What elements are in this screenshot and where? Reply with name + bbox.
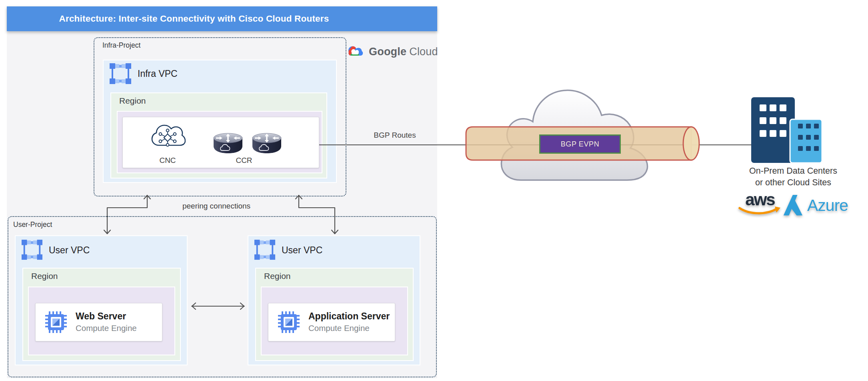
azure-wordmark: Azure [807, 196, 848, 215]
ccr-router-icon [250, 133, 284, 154]
cloud-word: Cloud [409, 46, 438, 58]
server-card-text: Web Server Compute Engine [76, 311, 137, 333]
diagram-title-bar: Architecture: Inter-site Connectivity wi… [7, 6, 437, 31]
server-subtitle: Compute Engine [76, 323, 137, 333]
onprem-caption-line2: or other Cloud Sites [755, 178, 831, 188]
vpc-network-icon [109, 62, 132, 85]
azure-triangle-icon [781, 195, 804, 216]
server-title: Application Server [308, 311, 390, 321]
google-word: Google [369, 46, 406, 58]
vpc-network-icon [254, 239, 276, 261]
server-card-text: Application Server Compute Engine [308, 311, 390, 333]
google-cloud-wordmark: GoogleCloud [369, 46, 438, 58]
server-subtitle: Compute Engine [308, 323, 390, 333]
ccr-router-icon [211, 133, 245, 154]
server-title: Web Server [76, 311, 137, 321]
user-vpc-1-label: User VPC [49, 245, 90, 256]
infra-region-label: Region [119, 96, 146, 106]
aws-wordmark: aws [736, 192, 784, 207]
user-vpc-2-label: User VPC [282, 245, 322, 256]
bgp-evpn-badge: BGP EVPN [539, 134, 621, 154]
diagram-title: Architecture: Inter-site Connectivity wi… [59, 14, 329, 24]
tunnel-cylinder-cap [683, 127, 699, 160]
onprem-caption-line1: On-Prem Data Centers [749, 166, 837, 176]
infra-project-label: Infra-Project [102, 41, 140, 50]
user-project-label: User-Project [13, 221, 52, 229]
cnc-icon [150, 122, 186, 151]
compute-engine-icon [45, 311, 67, 333]
application-server-card: Application Server Compute Engine [268, 303, 395, 341]
google-cloud-logo: GoogleCloud [346, 44, 438, 59]
azure-logo: Azure [781, 195, 848, 216]
vpc-network-icon [21, 239, 43, 261]
web-server-card: Web Server Compute Engine [35, 303, 162, 341]
bgp-routes-label: BGP Routes [374, 131, 416, 140]
cnc-label: CNC [159, 156, 176, 165]
architecture-diagram: Architecture: Inter-site Connectivity wi… [0, 0, 868, 381]
compute-engine-icon [278, 311, 300, 333]
infra-vpc-label: Infra VPC [138, 68, 178, 79]
data-center-buildings-icon [751, 97, 823, 164]
ccr-label: CCR [236, 156, 252, 165]
bgp-evpn-badge-label: BGP EVPN [561, 140, 600, 148]
user-region-1-label: Region [31, 271, 58, 281]
google-cloud-logo-icon [346, 44, 365, 59]
peering-connections-label: peering connections [182, 202, 250, 211]
user-region-2-label: Region [264, 271, 291, 281]
aws-logo: aws [736, 192, 784, 216]
